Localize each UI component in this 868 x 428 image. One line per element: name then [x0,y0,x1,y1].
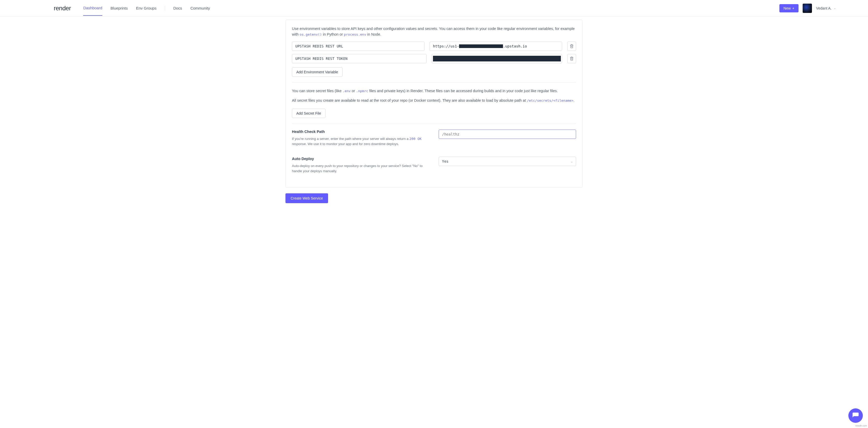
code-dotenv: .env [343,89,350,93]
nav-docs[interactable]: Docs [173,1,182,15]
env-value-input[interactable] [432,54,562,63]
secret-intro-1: You can store secret files (like .env or… [292,88,576,94]
env-value-input[interactable]: https://us1-.upstash.io [430,41,562,51]
env-var-row [292,54,576,63]
code-200ok: 200 OK [409,137,422,141]
nav-dashboard[interactable]: Dashboard [83,1,102,16]
nav-blueprints[interactable]: Blueprints [111,1,128,15]
delete-env-var-button[interactable] [567,41,576,51]
chevron-down-icon: ⌄ [834,6,836,10]
redacted-segment [459,44,503,48]
env-key-input[interactable] [292,41,425,51]
code-secret-path: /etc/secrets/<filename> [527,99,574,102]
new-button-label: New [783,6,791,10]
top-header: render Dashboard Blueprints Env Groups D… [0,0,868,17]
trash-icon [570,57,574,61]
chevron-down-icon: ⌄ [571,160,573,163]
auto-deploy-value: Yes [442,159,448,163]
trash-icon [570,44,574,48]
code-npmrc: .npmrc [356,89,368,93]
user-name-label: Vedant A. [816,6,832,10]
health-check-title: Health Check Path [292,130,428,134]
plus-icon: + [792,6,795,10]
code-getenv: os.getenv() [300,33,322,36]
settings-card: Use environment variables to store API k… [285,20,583,188]
auto-deploy-desc: Auto-deploy on every push to your reposi… [292,163,428,173]
main-nav: Dashboard Blueprints Env Groups Docs Com… [83,1,779,16]
new-button[interactable]: New + [779,4,799,12]
health-check-input[interactable] [439,130,576,139]
section-divider [292,124,576,124]
logo[interactable]: render [54,5,71,12]
add-secret-file-button[interactable]: Add Secret File [292,109,326,118]
delete-env-var-button[interactable] [567,54,576,63]
secret-intro-2: All secret files you create are availabl… [292,98,576,103]
health-check-setting: Health Check Path If you're running a se… [292,130,576,146]
redacted-segment [433,56,561,61]
code-processenv: process.env [344,33,366,36]
env-intro: Use environment variables to store API k… [292,26,576,37]
auto-deploy-setting: Auto Deploy Auto-deploy on every push to… [292,157,576,173]
env-key-input[interactable] [292,54,427,63]
nav-divider [165,6,165,11]
env-var-row: https://us1-.upstash.io [292,41,576,51]
auto-deploy-title: Auto Deploy [292,157,428,161]
auto-deploy-select[interactable]: Yes ⌄ [439,157,576,166]
nav-community[interactable]: Community [190,1,210,15]
add-env-var-button[interactable]: Add Environment Variable [292,67,343,77]
nav-env-groups[interactable]: Env Groups [136,1,156,15]
user-menu[interactable]: Vedant A. ⌄ [816,6,836,10]
avatar[interactable] [803,4,812,13]
header-actions: New + Vedant A. ⌄ [779,4,862,13]
create-web-service-button[interactable]: Create Web Service [285,193,328,203]
health-check-desc: If you're running a server, enter the pa… [292,136,428,146]
